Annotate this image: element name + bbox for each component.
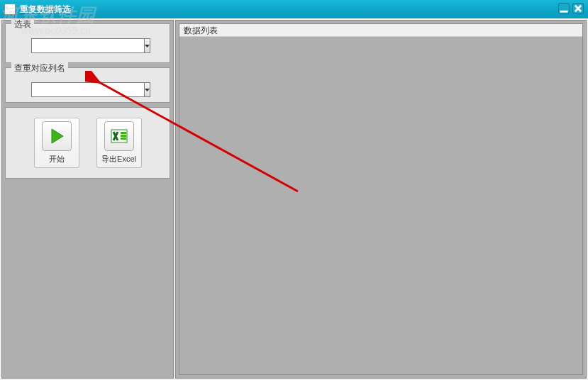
svg-rect-0 bbox=[560, 11, 567, 13]
data-list-header: 数据列表 bbox=[179, 24, 582, 37]
column-select-input[interactable] bbox=[31, 82, 144, 97]
play-icon bbox=[42, 121, 72, 151]
excel-icon bbox=[104, 121, 134, 151]
start-button-label: 开始 bbox=[49, 154, 65, 164]
titlebar: 重复数据筛选 bbox=[0, 0, 588, 18]
table-select-legend: 选表 bbox=[11, 18, 34, 30]
app-icon bbox=[4, 4, 16, 15]
export-button-label: 导出Excel bbox=[101, 154, 136, 164]
table-select-group: 选表 bbox=[5, 23, 170, 63]
content-area: 选表 查重对应列名 bbox=[0, 18, 588, 380]
column-select-combo[interactable] bbox=[31, 82, 128, 97]
close-button[interactable] bbox=[572, 3, 584, 14]
table-select-input[interactable] bbox=[31, 38, 144, 53]
column-select-dropdown-button[interactable] bbox=[144, 82, 150, 97]
export-excel-button[interactable]: 导出Excel bbox=[96, 118, 142, 168]
window-controls bbox=[558, 3, 584, 14]
chevron-down-icon bbox=[145, 45, 150, 48]
minimize-button[interactable] bbox=[558, 3, 570, 14]
table-select-combo[interactable] bbox=[31, 38, 128, 53]
svg-rect-2 bbox=[121, 132, 126, 134]
data-list-body bbox=[179, 37, 582, 374]
chevron-down-icon bbox=[145, 89, 150, 91]
svg-rect-4 bbox=[121, 138, 126, 140]
data-list-container: 数据列表 bbox=[179, 23, 583, 375]
column-select-legend: 查重对应列名 bbox=[11, 62, 68, 74]
window-title: 重复数据筛选 bbox=[20, 4, 71, 16]
left-panel: 选表 查重对应列名 bbox=[1, 20, 174, 379]
table-select-dropdown-button[interactable] bbox=[144, 38, 150, 53]
column-select-group: 查重对应列名 bbox=[5, 67, 170, 103]
action-button-group: 开始 导出Excel bbox=[5, 107, 170, 179]
svg-rect-3 bbox=[121, 135, 126, 137]
start-button[interactable]: 开始 bbox=[34, 118, 79, 168]
right-panel: 数据列表 bbox=[175, 20, 587, 379]
